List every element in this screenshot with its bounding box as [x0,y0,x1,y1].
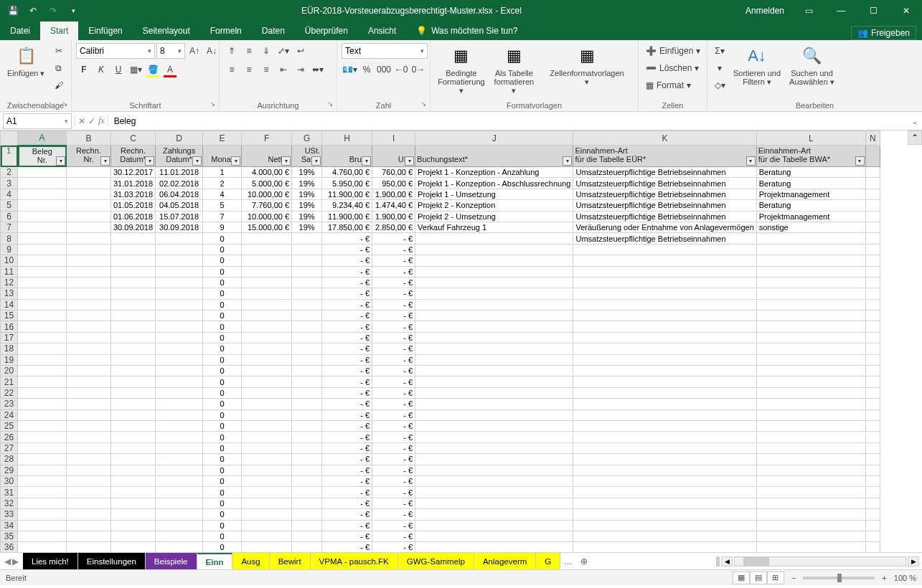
minimize-icon[interactable]: — [825,0,857,22]
cell[interactable]: 0 [203,343,242,354]
cell[interactable] [573,454,756,465]
cell[interactable] [156,277,203,288]
cell[interactable] [18,531,67,541]
align-left-icon[interactable]: ≡ [224,62,240,77]
cell[interactable] [111,399,156,409]
sheet-tab-einn[interactable]: Einn [197,553,233,569]
cell[interactable] [18,498,67,508]
row-header-26[interactable]: 26 [1,432,18,442]
scroll-left-icon[interactable]: ◀ [721,556,733,566]
zoom-out-icon[interactable]: − [791,574,796,582]
cell[interactable] [67,178,111,189]
cell[interactable]: - € [322,354,372,365]
cell[interactable] [156,244,203,255]
save-icon[interactable]: 💾 [4,2,22,19]
table-header-cell[interactable]: Einnahmen-Artfür die Tabelle EÜR*▾ [573,146,756,167]
cell[interactable]: 0 [203,432,242,442]
cell[interactable] [415,432,573,442]
cell[interactable] [756,354,865,365]
cell[interactable] [111,465,156,475]
merge-center-icon[interactable]: ⬌▾ [310,62,326,77]
cell[interactable]: 0 [203,266,242,277]
cell[interactable]: 1.474,40 € [372,200,415,211]
cell[interactable]: 2.850,00 € [372,222,415,232]
row-header-11[interactable]: 11 [1,266,18,277]
cell[interactable] [18,520,67,531]
cell[interactable] [67,520,111,531]
cell[interactable] [156,399,203,409]
cell[interactable] [756,509,865,520]
row-header-31[interactable]: 31 [1,487,18,498]
cell[interactable] [573,442,756,453]
cell[interactable]: - € [372,475,415,486]
cell[interactable] [67,310,111,321]
cell[interactable] [111,366,156,376]
cell[interactable]: 19% [292,189,322,199]
cell[interactable]: 19% [292,222,322,232]
clipboard-launcher-icon[interactable]: ↘ [60,100,70,110]
cell[interactable] [156,332,203,343]
cell[interactable] [67,442,111,453]
cell[interactable] [292,310,322,321]
cell[interactable]: 0 [203,277,242,288]
cell[interactable]: 4.760,00 € [322,167,372,178]
cell[interactable] [156,520,203,531]
cell[interactable]: - € [372,321,415,332]
cell[interactable]: 2 [203,178,242,189]
cell[interactable]: 0 [203,321,242,332]
increase-font-icon[interactable]: A↑ [187,43,202,59]
cell[interactable] [415,376,573,387]
cell[interactable] [573,299,756,310]
cell[interactable] [67,376,111,387]
cell[interactable]: - € [322,299,372,310]
cell[interactable] [415,288,573,299]
cell[interactable]: 04.05.2018 [156,200,203,211]
cell[interactable]: 7.760,00 € [242,200,292,211]
percent-format-icon[interactable]: % [359,62,375,77]
cell[interactable] [292,475,322,486]
cell[interactable] [292,509,322,520]
cell[interactable]: 0 [203,244,242,255]
cell[interactable] [415,343,573,354]
filter-icon[interactable]: ▾ [231,156,240,166]
cell[interactable] [67,475,111,486]
cell[interactable] [415,409,573,420]
cell[interactable] [242,366,292,376]
cell[interactable]: 5 [203,200,242,211]
filter-icon[interactable]: ▾ [56,156,65,166]
new-sheet-button[interactable]: ⊕ [575,556,593,566]
cell[interactable]: 4 [203,189,242,199]
cell[interactable] [67,288,111,299]
expand-formula-icon[interactable]: ⌄ [908,116,922,126]
align-bottom-icon[interactable]: ⇓ [258,43,274,59]
col-header-B[interactable]: B [67,131,111,146]
ribbon-options-icon[interactable]: ▭ [793,0,825,22]
increase-decimal-icon[interactable]: ←0 [393,62,409,77]
horizontal-scrollbar[interactable] [734,556,906,566]
align-right-icon[interactable]: ≡ [258,62,274,77]
cell[interactable] [67,211,111,222]
row-header-20[interactable]: 20 [1,366,18,376]
ribbon-tab-start[interactable]: Start [40,22,78,40]
cell[interactable]: 15.07.2018 [156,211,203,222]
cell[interactable] [415,310,573,321]
cell[interactable] [756,520,865,531]
cell[interactable] [573,531,756,541]
cell[interactable] [156,354,203,365]
cell[interactable]: 0 [203,310,242,321]
cell[interactable] [242,509,292,520]
cell[interactable] [67,509,111,520]
row-header-28[interactable]: 28 [1,454,18,465]
format-as-table-button[interactable]: ▦ Als Tabelleformatieren ▾ [491,43,537,96]
cell[interactable] [756,376,865,387]
cell[interactable] [415,387,573,398]
cell[interactable]: - € [372,420,415,431]
cell[interactable] [756,475,865,486]
cell[interactable]: - € [322,399,372,409]
table-header-cell[interactable]: Rechn.Datum*▾ [111,146,156,167]
cell[interactable]: - € [372,332,415,343]
cell[interactable] [292,255,322,266]
row-header-25[interactable]: 25 [1,420,18,431]
cell[interactable]: 31.01.2018 [111,178,156,189]
cell[interactable] [573,266,756,277]
